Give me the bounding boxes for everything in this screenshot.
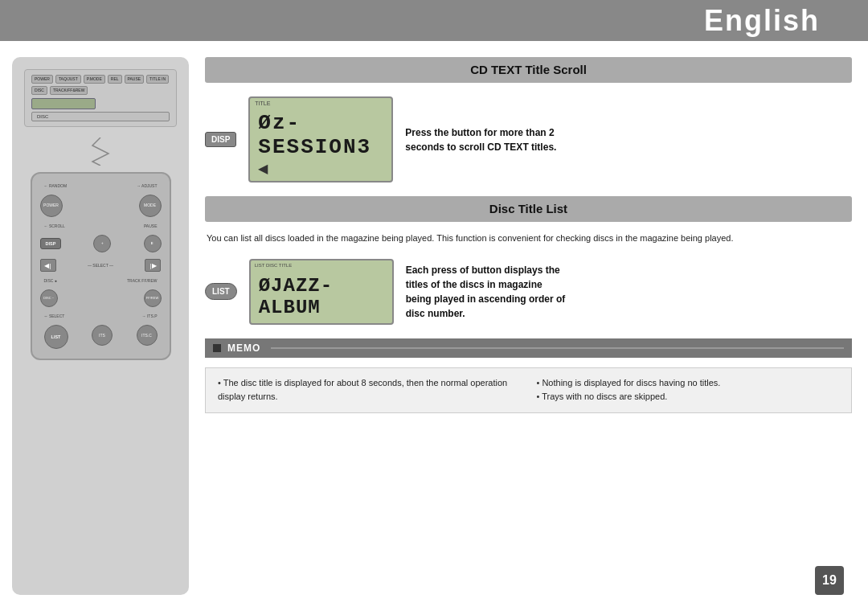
mode-btn[interactable]: MODE bbox=[139, 195, 162, 217]
lcd-list-label: LIST DISC TITLE bbox=[255, 263, 292, 268]
top-labels-row: ← RANDOM → ADJUST bbox=[40, 183, 162, 188]
top-unit-display bbox=[31, 98, 96, 109]
bottom-btn-row: LIST ITS ITS.C bbox=[40, 325, 162, 349]
itsc-btn[interactable]: ITS.C bbox=[137, 325, 158, 346]
list-description: Each press of button displays the titles… bbox=[406, 263, 852, 321]
disp-remote-btn[interactable]: DISP bbox=[40, 238, 62, 249]
pause-btn: PAUSE bbox=[125, 75, 145, 84]
connector-svg bbox=[72, 137, 129, 166]
cd-text-section: DISP TITLE Øz-SESSION3 ◀ Press the butto… bbox=[205, 92, 852, 187]
disc-title-body: You can list all discs loaded in the mag… bbox=[205, 232, 852, 245]
lcd-session-text: Øz-SESSION3 bbox=[258, 111, 383, 159]
itsp-label: → ITS.P bbox=[142, 314, 158, 318]
list-remote-btn[interactable]: LIST bbox=[44, 325, 68, 349]
row-select: ◀| — SELECT — |▶ bbox=[40, 259, 162, 272]
pmode-btn: P.MODE bbox=[84, 75, 105, 84]
memo-list-left: The disc title is displayed for about 8 … bbox=[218, 376, 521, 404]
row-disc-track: DISC − FF/REW bbox=[40, 289, 162, 307]
select-label: — SELECT — bbox=[88, 263, 113, 268]
lcd-arrow: ◀ bbox=[258, 161, 383, 176]
scroll-pause-labels: ← SCROLL PAUSE bbox=[40, 223, 162, 228]
cd-text-lcd: TITLE Øz-SESSION3 ◀ bbox=[248, 96, 393, 182]
disc-top-btn: DISC bbox=[31, 86, 47, 95]
adjust-label: → ADJUST bbox=[137, 183, 158, 188]
memo-item-right-1: Nothing is displayed for discs having no… bbox=[537, 376, 840, 391]
list-lcd: LIST DISC TITLE ØJAZZ-ALBUM bbox=[249, 259, 394, 325]
scroll-label: ← SCROLL bbox=[44, 223, 65, 228]
right-panel: CD TEXT Title Scroll DISP TITLE Øz-SESSI… bbox=[205, 57, 852, 595]
pause2-btn[interactable]: ⏸ bbox=[144, 235, 162, 252]
lcd-jazz-text: ØJAZZ-ALBUM bbox=[259, 275, 384, 318]
disc-title-header: Disc Title List bbox=[205, 196, 852, 222]
select2-label: ↔ SELECT bbox=[44, 314, 65, 318]
memo-col-right: Nothing is displayed for discs having no… bbox=[537, 376, 840, 404]
track-btn-remote[interactable]: FF/REW bbox=[144, 289, 162, 307]
row-power-mode: POWER MODE bbox=[40, 195, 162, 217]
disc-minus-btn[interactable]: DISC − bbox=[40, 289, 58, 307]
plus-btn[interactable]: + bbox=[93, 235, 111, 252]
track-ff-label: TRACK FF/REW bbox=[127, 278, 158, 283]
power-btn: POWER bbox=[31, 75, 53, 84]
power-remote-btn[interactable]: POWER bbox=[40, 195, 63, 217]
row-disp: DISP + ⏸ bbox=[40, 235, 162, 252]
cd-text-title: CD TEXT Title Scroll bbox=[470, 63, 587, 76]
rel-btn: REL bbox=[108, 75, 122, 84]
memo-content: The disc title is displayed for about 8 … bbox=[205, 367, 852, 413]
select-itsp-labels: ↔ SELECT → ITS.P bbox=[40, 314, 162, 318]
memo-col-left: The disc title is displayed for about 8 … bbox=[218, 376, 521, 404]
random-label: ← RANDOM bbox=[44, 183, 68, 188]
disp-button-label: DISP bbox=[205, 132, 236, 147]
list-button-label: LIST bbox=[205, 283, 237, 300]
disc-label-btn: DISC bbox=[31, 112, 170, 121]
memo-square-icon bbox=[213, 344, 221, 352]
lcd-title-label: TITLE bbox=[255, 100, 270, 106]
top-unit-buttons: POWER TAQ/JUST P.MODE REL PAUSE TITLE IN… bbox=[31, 75, 170, 95]
pause-label: PAUSE bbox=[144, 223, 158, 228]
remote-body: ← RANDOM → ADJUST POWER MODE ← SCROLL PA… bbox=[31, 172, 171, 360]
its-btn[interactable]: ITS bbox=[92, 325, 113, 346]
track-btn: TRACK/FF&REW bbox=[50, 86, 88, 95]
disc-remote-label: DISC ● bbox=[44, 278, 57, 283]
select-left-btn[interactable]: ◀| bbox=[40, 259, 56, 272]
top-unit: POWER TAQ/JUST P.MODE REL PAUSE TITLE IN… bbox=[24, 69, 177, 127]
select-right-btn[interactable]: |▶ bbox=[145, 259, 161, 272]
taq-btn: TAQ/JUST bbox=[55, 75, 81, 84]
memo-list-right: Nothing is displayed for discs having no… bbox=[537, 376, 840, 404]
memo-header: MEMO bbox=[205, 338, 852, 358]
memo-item-right-2: Trays with no discs are skipped. bbox=[537, 390, 840, 404]
page-number: 19 bbox=[815, 566, 844, 595]
list-section: LIST LIST DISC TITLE ØJAZZ-ALBUM Each pr… bbox=[205, 255, 852, 329]
header-bar: English bbox=[0, 0, 868, 41]
disc-track-labels: DISC ● TRACK FF/REW bbox=[40, 278, 162, 283]
main-content: POWER TAQ/JUST P.MODE REL PAUSE TITLE IN… bbox=[0, 41, 868, 611]
page-title: English bbox=[704, 4, 820, 38]
memo-label: MEMO bbox=[227, 342, 260, 354]
cd-text-header: CD TEXT Title Scroll bbox=[205, 57, 852, 83]
title-in-btn: TITLE IN bbox=[146, 75, 169, 84]
disc-title-text: Disc Title List bbox=[489, 202, 567, 215]
memo-item-left-1: The disc title is displayed for about 8 … bbox=[218, 376, 521, 404]
remote-control-panel: POWER TAQ/JUST P.MODE REL PAUSE TITLE IN… bbox=[12, 57, 189, 595]
cd-text-description: Press the button for more than 2 seconds… bbox=[405, 125, 852, 154]
